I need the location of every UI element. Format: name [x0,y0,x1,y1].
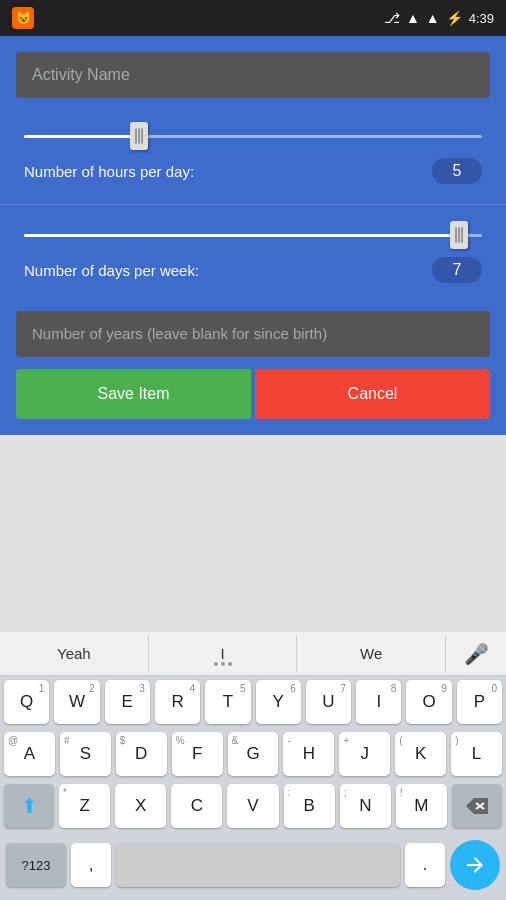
key-i[interactable]: 8I [356,680,401,724]
key-z[interactable]: *Z [59,784,110,828]
microphone-icon: 🎤 [464,643,489,665]
suggestion-i[interactable]: I [149,635,298,672]
status-time: 4:39 [469,11,494,26]
space-key[interactable] [116,843,400,887]
key-w[interactable]: 2W [54,680,99,724]
status-bar: 😺 ⎇ ▲ ▲ ⚡ 4:39 [0,0,506,36]
key-e[interactable]: 3E [105,680,150,724]
days-slider-container[interactable] [24,225,482,245]
key-s[interactable]: #S [60,732,111,776]
key-x[interactable]: X [115,784,166,828]
cancel-button[interactable]: Cancel [255,369,490,419]
app-icon-symbol: 😺 [16,11,31,25]
mic-button[interactable]: 🎤 [446,632,506,676]
days-slider-fill [24,234,459,237]
key-n[interactable]: ;N [340,784,391,828]
enter-arrow-icon [463,853,487,877]
signal-icon: ▲ [426,10,440,26]
key-o[interactable]: 9O [406,680,451,724]
keyboard-suggestions: Yeah I We 🎤 [0,632,506,676]
app-icon: 😺 [12,7,34,29]
hours-slider-container[interactable] [24,126,482,146]
key-c[interactable]: C [171,784,222,828]
key-j[interactable]: +J [339,732,390,776]
suggestion-we[interactable]: We [297,635,446,672]
app-content: Number of hours per day: 5 Number of day… [0,36,506,435]
suggestion-yeah[interactable]: Yeah [0,635,149,672]
key-q[interactable]: 1Q [4,680,49,724]
activity-name-input[interactable] [16,52,490,98]
days-label: Number of days per week: [24,262,432,279]
bottom-row: ?123 , . [0,836,506,900]
key-r[interactable]: 4R [155,680,200,724]
save-button[interactable]: Save Item [16,369,251,419]
keyboard-rows: 1Q 2W 3E 4R 5T 6Y 7U 8I 9O 0P @A #S $D %… [0,676,506,828]
hours-slider-fill [24,135,139,138]
hours-slider-thumb[interactable] [130,122,148,150]
key-k[interactable]: (K [395,732,446,776]
days-value-badge: 7 [432,257,482,283]
key-t[interactable]: 5T [205,680,250,724]
key-b[interactable]: :B [284,784,335,828]
key-h[interactable]: -H [283,732,334,776]
hours-label: Number of hours per day: [24,163,432,180]
years-input-wrapper [16,311,490,357]
shift-icon: ⬆ [21,794,38,818]
hours-slider-section: Number of hours per day: 5 [16,110,490,200]
key-g[interactable]: &G [228,732,279,776]
suggestion-dots [214,662,232,666]
key-period[interactable]: . [405,843,445,887]
days-slider-section: Number of days per week: 7 [16,209,490,299]
key-l[interactable]: )L [451,732,502,776]
battery-icon: ⚡ [446,10,463,26]
days-slider-thumb[interactable] [450,221,468,249]
days-slider-track [24,234,482,237]
shift-key[interactable]: ⬆ [4,784,54,828]
backspace-key[interactable] [452,784,502,828]
days-label-row: Number of days per week: 7 [24,257,482,283]
key-u[interactable]: 7U [306,680,351,724]
key-row-3: ⬆ *Z X C V :B ;N !M [4,784,502,828]
key-row-2: @A #S $D %F &G -H +J (K )L [4,732,502,776]
hours-label-row: Number of hours per day: 5 [24,158,482,184]
status-bar-right: ⎇ ▲ ▲ ⚡ 4:39 [384,10,494,26]
wifi-icon: ▲ [406,10,420,26]
number-toggle-key[interactable]: ?123 [6,843,66,887]
bluetooth-icon: ⎇ [384,10,400,26]
status-bar-left: 😺 [12,7,34,29]
key-v[interactable]: V [227,784,278,828]
key-d[interactable]: $D [116,732,167,776]
buttons-row: Save Item Cancel [16,369,490,419]
enter-key[interactable] [450,840,500,890]
key-a[interactable]: @A [4,732,55,776]
key-f[interactable]: %F [172,732,223,776]
key-y[interactable]: 6Y [256,680,301,724]
key-p[interactable]: 0P [457,680,502,724]
hours-value-badge: 5 [432,158,482,184]
keyboard: Yeah I We 🎤 1Q 2W 3E 4R 5T 6Y 7U 8I [0,632,506,900]
key-row-1: 1Q 2W 3E 4R 5T 6Y 7U 8I 9O 0P [4,680,502,724]
hours-slider-track [24,135,482,138]
backspace-icon [466,798,488,814]
key-comma[interactable]: , [71,843,111,887]
years-input[interactable] [32,325,474,342]
key-m[interactable]: !M [396,784,447,828]
